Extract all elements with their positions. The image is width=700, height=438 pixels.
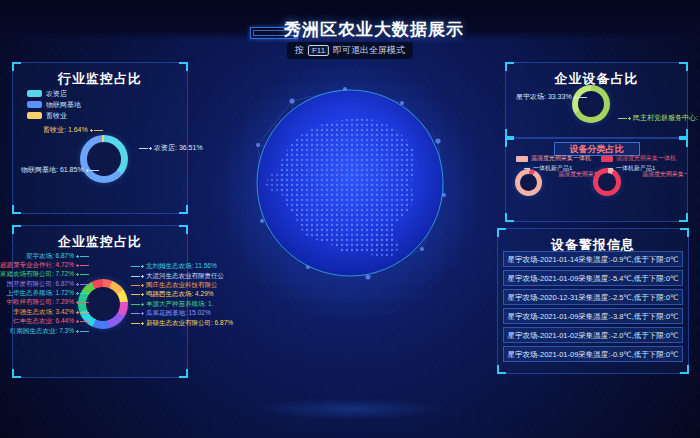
chart-callout: 国开发有限公司: 6.87% [6,280,89,289]
chart-callout: 星宇农场: 6.87% [26,252,89,261]
hint-suffix: 即可退出全屏模式 [333,44,405,57]
chart-callout: 畜牧业: 1.64% [43,125,103,135]
chart-callout: 家庭农场有限公司: 7.72% [0,270,89,279]
legend-swatch [27,112,42,119]
chart-callout: 丰源大产种苗养殖场: 1. [131,300,214,309]
globe-visualization [250,83,450,283]
donut-hole [598,173,615,190]
chart-callout: 温湿度光照采集一体机 [640,170,687,179]
legend-swatch [516,156,528,162]
floor-glow [255,398,445,420]
legend-label: 温湿度光照采集一体机 [616,154,676,163]
chart-callout: 物联网基地: 61.85% [21,165,99,175]
donut-hole [520,174,537,191]
chart-callout: 李强生态农场: 3.42% [13,308,89,317]
legend-swatch [601,156,613,162]
alarm-row: 星宇农场-2020-12-31采集温度:-2.5℃,低于下限:0℃ [503,289,683,305]
device-donut-chart[interactable] [572,85,610,123]
legend-swatch [27,90,42,97]
panel-industry-monitor: 行业监控占比 农资店 物联网基地 畜牧业 畜牧业: 1.64% 农资店: 36.… [12,62,188,214]
panel-title: 企业监控占比 [13,233,187,251]
chart-callout: 刘超蔬菜专业合作社: 4.72% [0,261,89,270]
fullscreen-hint-toast: 按 F11 即可退出全屏模式 [287,42,413,59]
alarm-row: 星宇农场-2021-01-09采集温度:-3.8℃,低于下限:0℃ [503,308,683,324]
legend-label: 物联网基地 [46,100,81,110]
chart-callout: 星宇农场: 33.33% [516,92,587,102]
category-left-donut-chart[interactable] [515,169,542,196]
chart-callout: 农资店: 36.51% [139,143,203,153]
hint-prefix: 按 [295,44,304,57]
alarm-row: 星宇农场-2021-01-09采集温度:-5.4℃,低于下限:0℃ [503,270,683,286]
industry-legend: 农资店 物联网基地 畜牧业 [27,89,81,122]
alarm-list: 星宇农场-2021-01-14采集温度:-0.9℃,低于下限:0℃ 星宇农场-2… [503,251,683,365]
panel-device-ratio: 企业设备占比 星宇农场: 33.33% 民主村党群服务中心: [505,62,688,138]
legend-item[interactable]: 农资店 [27,89,81,98]
panel-device-category: 设备分类占比 温湿度光照采集一体机 一体机新产品1 温湿度光照采集一体机 温湿度… [505,138,688,222]
chart-callout: 陶庄生态农业科技有限公 [131,281,218,290]
legend-label: 温湿度光照采集一体机 [531,154,591,163]
legend-item[interactable]: 温湿度光照采集一体机 [516,154,591,163]
panel-enterprise-monitor: 企业监控占比 星宇农场: 6.87% 刘超蔬菜专业合作社: 4.72% 家庭农场… [12,225,188,378]
header-bar: 秀洲区农业大数据展示 [0,0,700,40]
category-right-donut-chart[interactable] [593,168,621,196]
page-title: 秀洲区农业大数据展示 [0,18,700,41]
legend-label: 农资店 [46,89,67,99]
alarm-row: 星宇农场-2021-01-14采集温度:-0.9℃,低于下限:0℃ [503,251,683,267]
chart-callout: 红南园生态农业: 7.3% [10,327,89,336]
chart-callout: 民主村党群服务中心: [618,113,698,123]
legend-swatch [27,101,42,108]
chart-callout: 鸣路西生态农场: 4.29% [131,290,214,299]
chart-callout: 中欧祥有限公司: 7.29% [6,298,89,307]
panel-title: 行业监控占比 [13,70,187,88]
chart-callout: 新硕生态农业有限公司: 6.87% [131,319,233,328]
chart-callout: 瓜果花园基地: 15.02% [131,309,211,318]
legend-label: 畜牧业 [46,111,67,121]
chart-callout: 仁丰生态农业: 6.44% [13,317,89,326]
legend-item[interactable]: 畜牧业 [27,111,81,120]
f11-key-badge: F11 [308,45,329,56]
alarm-row: 星宇农场-2021-01-09采集温度:-0.9℃,低于下限:0℃ [503,346,683,362]
industry-donut-chart[interactable] [80,135,128,183]
donut-hole [86,287,120,321]
legend-item[interactable]: 物联网基地 [27,100,81,109]
panel-device-alarms: 设备警报信息 星宇农场-2021-01-14采集温度:-0.9℃,低于下限:0℃… [497,228,689,374]
legend-item[interactable]: 温湿度光照采集一体机 [601,154,676,163]
chart-callout: 上华生态养殖场: 1.72% [6,289,89,298]
chart-callout: 北刘姆生态农场: 11.56% [131,262,217,271]
dashboard: 秀洲区农业大数据展示 按 F11 即可退出全屏模式 行业监控占比 农资店 物联网… [0,0,700,438]
alarm-row: 星宇农场-2021-01-02采集温度:-2.0℃,低于下限:0℃ [503,327,683,343]
chart-callout: 大运河生态农业有限责任公 [131,272,224,281]
